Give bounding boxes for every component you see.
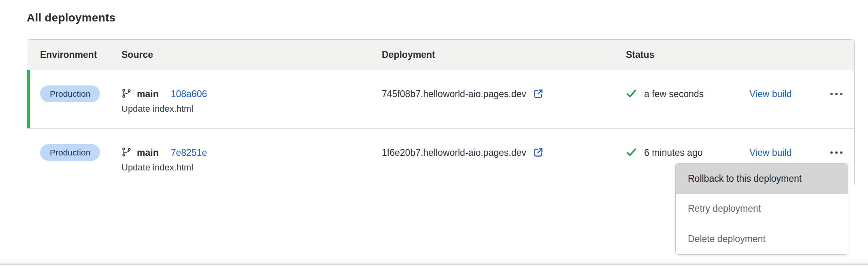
table-header-row: Environment Source Deployment Status (27, 40, 854, 70)
options-cell (818, 70, 854, 128)
deployment-url: 745f08b7.helloworld-aio.pages.dev (382, 89, 526, 100)
view-build-link[interactable]: View build (749, 89, 791, 100)
column-header-deployment: Deployment (382, 49, 626, 60)
deployment-options-button[interactable] (826, 89, 847, 99)
page-title: All deployments (27, 11, 115, 24)
view-build-cell: View build (749, 70, 818, 128)
menu-item-delete[interactable]: Delete deployment (676, 224, 848, 254)
menu-item-retry[interactable]: Retry deployment (676, 194, 848, 224)
view-build-link[interactable]: View build (749, 147, 791, 158)
environment-badge: Production (40, 85, 100, 102)
page-bottom-divider (0, 264, 868, 265)
environment-badge: Production (40, 144, 100, 161)
ellipsis-icon (830, 150, 843, 155)
active-deployment-indicator (27, 70, 30, 128)
deployment-context-menu: Rollback to this deployment Retry deploy… (675, 163, 848, 255)
source-cell: main 7e8251e Update index.html (121, 129, 382, 187)
git-branch-icon (121, 147, 132, 159)
deployment-cell: 1f6e20b7.helloworld-aio.pages.dev (382, 129, 626, 187)
deployment-cell: 745f08b7.helloworld-aio.pages.dev (382, 70, 626, 128)
environment-cell: Production (27, 129, 121, 187)
table-row-deployment-1: Production main 108a606 (27, 70, 854, 128)
column-header-source: Source (121, 49, 382, 60)
deployment-url: 1f6e20b7.helloworld-aio.pages.dev (382, 147, 526, 158)
source-cell: main 108a606 Update index.html (121, 70, 382, 128)
environment-cell: Production (27, 70, 121, 128)
external-link-icon[interactable] (532, 88, 544, 100)
ellipsis-icon (830, 91, 843, 96)
deployment-options-button[interactable] (826, 148, 847, 157)
git-branch-icon (121, 88, 132, 100)
status-time: a few seconds (644, 89, 704, 100)
external-link-icon[interactable] (532, 147, 544, 158)
commit-message: Update index.html (121, 162, 382, 173)
commit-link[interactable]: 108a606 (171, 89, 207, 100)
commit-link[interactable]: 7e8251e (171, 147, 207, 158)
branch-name: main (137, 147, 159, 158)
branch-name: main (137, 89, 159, 100)
column-header-environment: Environment (27, 49, 121, 60)
menu-item-rollback[interactable]: Rollback to this deployment (676, 164, 848, 194)
status-cell: a few seconds (626, 70, 749, 128)
commit-message: Update index.html (121, 103, 382, 115)
status-time: 6 minutes ago (644, 147, 702, 158)
column-header-status: Status (626, 49, 749, 60)
success-check-icon (626, 88, 637, 100)
success-check-icon (626, 147, 637, 159)
